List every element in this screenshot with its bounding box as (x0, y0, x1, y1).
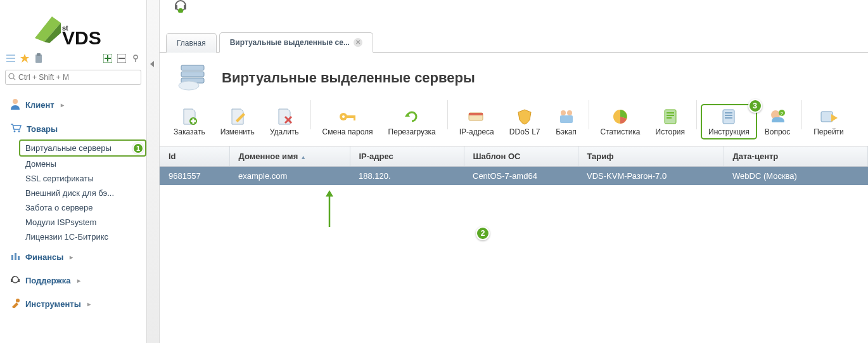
tool-question[interactable]: ? Вопрос (757, 104, 798, 139)
cell-ip: 188.120. (350, 167, 464, 186)
close-icon[interactable]: ✕ (354, 38, 362, 47)
nav-label: Поддержка (25, 276, 71, 285)
svg-rect-44 (469, 113, 483, 115)
nav-section-finance[interactable]: Финансы ▸ (0, 247, 146, 268)
support-icon (10, 275, 20, 287)
tool-instruction[interactable]: Инструкция 3 (701, 104, 757, 139)
tool-history[interactable]: История (648, 104, 693, 139)
svg-rect-53 (723, 110, 734, 124)
tab-home[interactable]: Главная (166, 33, 217, 53)
svg-point-30 (178, 8, 183, 13)
svg-text:?: ? (780, 111, 783, 117)
tool-label: Бэкап (556, 127, 577, 136)
tool-ip[interactable]: IP-адреса (452, 104, 502, 139)
tab-label: Виртуальные выделенные се... (230, 38, 350, 47)
svg-rect-32 (181, 72, 204, 77)
svg-marker-63 (326, 190, 333, 197)
cell-domain: example.com (229, 167, 350, 186)
sidebar-item-vps[interactable]: Виртуальные серверы 1 (19, 139, 146, 157)
col-id[interactable]: Id (160, 146, 229, 167)
search-input-wrapper[interactable] (5, 70, 141, 85)
reboot-icon (402, 107, 422, 126)
svg-rect-24 (11, 279, 13, 282)
logo: st VDS (0, 0, 146, 51)
headset-icon[interactable] (174, 0, 188, 13)
nav-section-client[interactable]: Клиент ▸ (0, 94, 146, 116)
separator (801, 100, 802, 129)
tool-password[interactable]: Смена пароля (315, 104, 381, 139)
goto-icon (819, 107, 839, 126)
svg-rect-29 (184, 5, 186, 10)
search-icon (8, 73, 16, 82)
table-row[interactable]: 9681557 example.com 188.120. CentOS-7-am… (160, 167, 868, 186)
separator (310, 100, 311, 129)
svg-point-39 (342, 115, 345, 118)
sidebar-item-isp[interactable]: Модули ISPsystem (25, 215, 146, 230)
tool-label: Перезагрузка (388, 127, 436, 136)
nav-label: Товары (27, 124, 58, 134)
nav-section-support[interactable]: Поддержка ▸ (0, 270, 146, 291)
svg-rect-52 (667, 117, 672, 119)
svg-rect-3 (6, 58, 15, 59)
instruction-icon (718, 107, 739, 126)
svg-rect-2 (6, 55, 15, 56)
svg-rect-7 (37, 53, 41, 56)
col-ip[interactable]: IP-адрес (350, 146, 464, 167)
tool-backup[interactable]: Бэкап (548, 104, 585, 139)
tool-delete[interactable]: Удалить (262, 104, 307, 139)
history-icon (660, 107, 680, 126)
clipboard-icon[interactable] (33, 53, 44, 64)
sidebar-item-disk[interactable]: Внешний диск для бэ... (25, 186, 146, 200)
callout-badge-2: 2 (476, 226, 490, 240)
tool-edit[interactable]: Изменить (213, 104, 262, 139)
minus-icon[interactable] (116, 53, 127, 64)
nav-label: Клиент (25, 100, 54, 110)
callout-badge-1: 1 (132, 143, 144, 154)
tab-vps[interactable]: Виртуальные выделенные се... ✕ (219, 32, 373, 53)
sidebar-item-domains[interactable]: Домены (25, 157, 146, 171)
svg-rect-20 (11, 255, 13, 260)
svg-rect-12 (118, 58, 125, 59)
nav-label: Инструменты (25, 299, 81, 309)
plus-icon[interactable] (102, 53, 113, 64)
finance-icon (10, 251, 20, 263)
cell-tariff: VDS-KVM-Разгон-7.0 (578, 167, 724, 186)
nav-sub-products: Виртуальные серверы 1 Домены SSL сертифи… (0, 139, 146, 244)
col-os[interactable]: Шаблон ОС (464, 146, 578, 167)
tool-stats[interactable]: Статистика (593, 104, 648, 139)
sidebar-item-care[interactable]: Забота о сервере (25, 200, 146, 215)
tool-reboot[interactable]: Перезагрузка (381, 104, 444, 139)
separator (447, 100, 448, 129)
sidebar-collapse-handle[interactable] (147, 0, 160, 343)
svg-rect-55 (725, 115, 732, 116)
svg-point-34 (179, 81, 199, 90)
ip-icon (466, 107, 487, 126)
person-icon (10, 98, 20, 112)
nav-label: Финансы (25, 252, 63, 262)
tool-ddos[interactable]: DDoS L7 (502, 104, 548, 139)
sidebar-item-bitrix[interactable]: Лицензии 1С-Битрикс (25, 230, 146, 244)
nav-section-tools[interactable]: Инструменты ▸ (0, 294, 146, 314)
sidebar-quick-icons (0, 51, 146, 66)
svg-point-17 (13, 99, 18, 104)
svg-rect-41 (354, 115, 355, 120)
pin-icon[interactable] (130, 53, 141, 64)
tool-go[interactable]: Перейти (806, 104, 852, 139)
chevron-right-icon: ▸ (61, 101, 64, 108)
annotation-arrow (323, 190, 336, 228)
list-icon[interactable] (5, 53, 16, 64)
col-domain[interactable]: Доменное имя (229, 146, 350, 167)
sidebar-item-ssl[interactable]: SSL сертификаты (25, 171, 146, 186)
col-tariff[interactable]: Тариф (578, 146, 724, 167)
svg-rect-50 (667, 112, 674, 113)
search-input[interactable] (18, 73, 138, 82)
document-plus-icon (179, 107, 200, 126)
col-dc[interactable]: Дата-центр (724, 146, 868, 167)
svg-rect-10 (105, 58, 111, 59)
tool-order[interactable]: Заказать (166, 104, 213, 139)
nav-section-products[interactable]: Товары (0, 119, 146, 139)
toolbar: Заказать Изменить Удалить Смена пароля П… (160, 99, 868, 146)
svg-rect-31 (181, 65, 204, 70)
star-icon[interactable] (19, 53, 30, 64)
svg-text:VDS: VDS (62, 27, 101, 48)
